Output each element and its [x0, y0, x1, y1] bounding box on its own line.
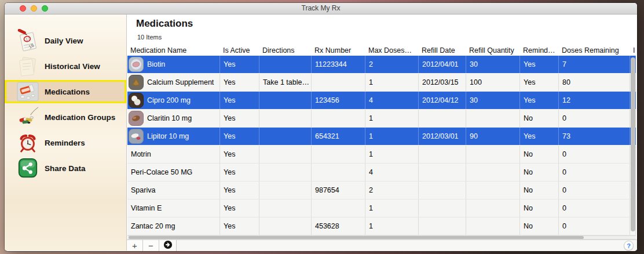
cell-remind: Yes: [520, 56, 559, 73]
cell-refill_quantity: [466, 164, 520, 181]
lipitor-pill-icon: [129, 129, 144, 144]
table-row[interactable]: MotrinYes1No0: [127, 146, 636, 164]
cell-is_active: Yes: [220, 92, 259, 109]
cell-refill_date: [419, 182, 466, 199]
sidebar-item-reminders[interactable]: Reminders: [5, 131, 126, 154]
column-header-name[interactable]: Medication Name: [127, 46, 220, 56]
claritin-pill-icon: [129, 111, 144, 126]
sidebar-item-historical-view[interactable]: Historical View: [5, 55, 126, 78]
table-row[interactable]: Cipro 200 mgYes12345642012/04/1230Yes12: [127, 92, 636, 110]
action-arrow-button[interactable]: [159, 240, 177, 251]
cell-is_active: Yes: [220, 199, 259, 217]
app-window: Track My Rx 1718Daily ViewHistorical Vie…: [5, 3, 637, 251]
cell-refill_date: [419, 110, 466, 127]
column-header-is_active[interactable]: Is Active: [220, 46, 259, 56]
minimize-button[interactable]: [31, 5, 37, 12]
faded-papers-icon: [17, 55, 39, 77]
sidebar-item-medications[interactable]: Medications: [5, 80, 126, 103]
cell-directions: [259, 128, 312, 145]
sidebar-item-label: Medication Groups: [45, 113, 115, 122]
table-body: BiotinYes1122334422012/04/0130Yes7Calciu…: [127, 56, 636, 235]
cell-remind: Yes: [520, 128, 559, 145]
column-header-refill_date[interactable]: Refill Date: [419, 46, 466, 56]
column-header-max_doses[interactable]: Max Doses…: [365, 46, 419, 56]
share-icon: [17, 157, 39, 179]
cell-remind: No: [520, 164, 559, 181]
column-header-refill_quantity[interactable]: Refill Quantity: [466, 46, 520, 56]
vertical-scrollbar[interactable]: [631, 56, 636, 235]
table-row[interactable]: Claritin 10 mgYes1No0: [127, 110, 636, 128]
cell-doses_remaining: 12: [559, 92, 630, 109]
table-row[interactable]: Zantac 20 mgYes4536281No0: [127, 217, 636, 235]
zoom-button[interactable]: [42, 5, 48, 12]
cell-refill_quantity: 30: [466, 92, 520, 109]
cell-refill_quantity: [466, 199, 520, 217]
cell-max_doses: 1: [365, 217, 419, 235]
medication-name-label: Biotin: [147, 56, 165, 73]
cell-max_doses: 4: [365, 164, 419, 181]
cell-max_doses: 1: [365, 128, 419, 145]
sidebar-item-medication-groups[interactable]: Medication Groups: [5, 106, 126, 129]
horizontal-scrollbar-thumb[interactable]: [129, 236, 584, 239]
action-arrow-icon: [163, 240, 173, 251]
window-body: 1718Daily ViewHistorical ViewMedications…: [5, 14, 637, 251]
cell-doses_remaining: 7: [559, 56, 630, 73]
sidebar-item-share-data[interactable]: Share Data: [5, 157, 126, 180]
remove-row-button[interactable]: −: [143, 240, 159, 251]
column-header-image[interactable]: I: [630, 46, 636, 56]
add-row-button[interactable]: +: [127, 240, 143, 251]
cell-doses_remaining: 73: [559, 128, 630, 145]
cell-directions: [259, 146, 312, 163]
cell-name: Motrin: [127, 146, 220, 163]
vertical-scrollbar-thumb[interactable]: [631, 57, 635, 231]
cell-remind: No: [520, 217, 559, 235]
table-row[interactable]: Peri-Colace 50 MGYes4No0: [127, 164, 636, 182]
cell-directions: [259, 199, 312, 217]
table-row[interactable]: Calcium SupplementYesTake 1 table…12012/…: [127, 74, 636, 92]
cell-max_doses: 4: [365, 92, 419, 109]
cell-is_active: Yes: [220, 164, 259, 181]
cell-doses_remaining: 0: [559, 164, 630, 181]
cell-doses_remaining: 0: [559, 146, 630, 163]
cell-max_doses: 2: [365, 182, 419, 199]
cell-refill_date: [419, 217, 466, 235]
cell-rx_number: [312, 110, 365, 127]
sidebar-item-daily-view[interactable]: 1718Daily View: [5, 29, 126, 52]
column-header-directions[interactable]: Directions: [259, 46, 312, 56]
cell-refill_quantity: [466, 217, 520, 235]
cell-remind: No: [520, 110, 559, 127]
cell-directions: Take 1 table…: [259, 74, 312, 91]
cell-refill_date: [419, 146, 466, 163]
sidebar-item-label: Reminders: [45, 139, 85, 147]
column-header-doses_remaining[interactable]: Doses Remaining: [559, 46, 630, 56]
cell-refill_date: [419, 164, 466, 181]
table-row[interactable]: Lipitor 10 mgYes65432112012/03/0190Yes73: [127, 128, 636, 146]
traffic-lights: [20, 5, 48, 12]
cell-name: Spariva: [127, 182, 220, 199]
cell-name: Lipitor 10 mg: [127, 128, 220, 145]
help-button[interactable]: ?: [624, 241, 634, 251]
table-row[interactable]: Vitamin EYes1No0: [127, 199, 636, 217]
medication-name-label: Peri-Colace 50 MG: [131, 164, 192, 181]
column-header-rx_number[interactable]: Rx Number: [312, 46, 365, 56]
cell-refill_quantity: [466, 182, 520, 199]
cell-rx_number: 11223344: [312, 56, 365, 73]
cell-remind: Yes: [520, 92, 559, 109]
horizontal-scrollbar[interactable]: [127, 235, 636, 240]
cell-rx_number: 987654: [312, 182, 365, 199]
cell-is_active: Yes: [220, 182, 259, 199]
table-row[interactable]: BiotinYes1122334422012/04/0130Yes7: [127, 56, 636, 74]
cell-rx_number: 123456: [312, 92, 365, 109]
cell-directions: [259, 56, 312, 73]
table-row[interactable]: SparivaYes9876542No0: [127, 182, 636, 199]
cell-refill_date: [419, 199, 466, 217]
medication-name-label: Motrin: [131, 146, 151, 163]
close-button[interactable]: [20, 5, 26, 12]
cell-remind: No: [520, 146, 559, 163]
main-content: Medications 10 Items Medication NameIs A…: [127, 14, 637, 251]
cell-is_active: Yes: [220, 110, 259, 127]
calcium-pill-icon: [129, 75, 144, 90]
cell-remind: Yes: [520, 74, 559, 91]
column-header-remind[interactable]: Remind…: [520, 46, 559, 56]
cell-max_doses: 1: [365, 74, 419, 91]
